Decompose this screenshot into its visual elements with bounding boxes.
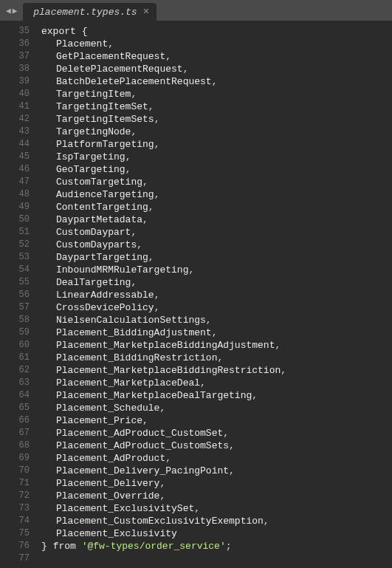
code-line: LinearAddressable, [41,289,392,301]
code-line: Placement_Delivery, [41,477,392,490]
line-number: 41 [0,100,37,113]
line-number: 71 [0,477,37,490]
nav-arrows: ◀ ▶ [0,0,23,21]
code-line: Placement_AdProduct_CustomSets, [41,439,392,452]
line-number: 58 [0,314,37,326]
code-line: Placement_MarketplaceBiddingRestriction, [41,364,392,377]
line-number: 45 [0,151,37,163]
line-number: 54 [0,264,37,276]
line-number: 36 [0,38,37,50]
code-line: GeoTargeting, [41,163,392,176]
code-line: PlatformTargeting, [41,138,392,151]
code-line: export { [41,25,392,38]
line-number: 68 [0,439,37,452]
code-line: CustomTargeting, [41,176,392,188]
code-line: DaypartTargeting, [41,251,392,264]
line-number: 60 [0,339,37,352]
code-line: BatchDeletePlacementRequest, [41,75,392,88]
line-number: 46 [0,163,37,176]
line-number: 55 [0,276,37,289]
code-line: Placement_Schedule, [41,402,392,414]
line-number: 43 [0,126,37,138]
code-line: DeletePlacementRequest, [41,63,392,75]
line-number: 37 [0,50,37,63]
code-line: NielsenCalculationSettings, [41,314,392,326]
code-line: CrossDevicePolicy, [41,301,392,314]
code-line: DealTargeting, [41,276,392,289]
code-line: } from '@fw-types/order_service'; [41,540,392,552]
code-line: CustomDaypart, [41,226,392,239]
line-number: 49 [0,201,37,213]
line-number: 42 [0,113,37,126]
line-number: 39 [0,75,37,88]
line-number: 51 [0,226,37,239]
titlebar: ◀ ▶ placement.types.ts × [0,0,392,21]
code-line: GetPlacementRequest, [41,50,392,63]
code-line: TargetingItem, [41,88,392,100]
line-number: 59 [0,326,37,339]
code-line: Placement_Override, [41,490,392,502]
code-line: Placement_MarketplaceDealTargeting, [41,389,392,402]
code-line: Placement, [41,38,392,50]
code-line: Placement_BiddingAdjustment, [41,326,392,339]
editor: 3536373839404142434445464748495051525354… [0,21,392,568]
line-number: 75 [0,527,37,540]
file-tab[interactable]: placement.types.ts × [23,3,157,21]
code-line: Placement_AdProduct_CustomSet, [41,427,392,439]
line-number: 35 [0,25,37,38]
line-number: 57 [0,301,37,314]
line-number: 50 [0,213,37,226]
code-line [41,552,392,565]
code-line: Placement_CustomExclusivityExemption, [41,515,392,527]
code-line: Placement_AdProduct, [41,452,392,465]
tab-filename: placement.types.ts [33,7,137,18]
code-line: AudienceTargeting, [41,188,392,201]
line-number: 65 [0,402,37,414]
code-line: Placement_MarketplaceDeal, [41,377,392,389]
line-number: 72 [0,490,37,502]
line-number: 44 [0,138,37,151]
code-line: CustomDayparts, [41,239,392,251]
code-line: Placement_MarketplaceBiddingAdjustment, [41,339,392,352]
line-number-gutter: 3536373839404142434445464748495051525354… [0,21,37,568]
code-line: Placement_Exclusivity [41,527,392,540]
line-number: 56 [0,289,37,301]
line-number: 61 [0,352,37,364]
code-line: ContentTargeting, [41,201,392,213]
code-line: DaypartMetadata, [41,213,392,226]
code-line: TargetingItemSets, [41,113,392,126]
line-number: 40 [0,88,37,100]
line-number: 69 [0,452,37,465]
line-number: 74 [0,515,37,527]
line-number: 38 [0,63,37,75]
line-number: 48 [0,188,37,201]
code-line: TargetingNode, [41,126,392,138]
line-number: 76 [0,540,37,552]
line-number: 70 [0,465,37,477]
line-number: 63 [0,377,37,389]
line-number: 53 [0,251,37,264]
code-line: TargetingItemSet, [41,100,392,113]
nav-forward-icon[interactable]: ▶ [13,6,18,16]
code-line: InboundMRMRuleTargeting, [41,264,392,276]
line-number: 52 [0,239,37,251]
close-icon[interactable]: × [143,7,149,17]
line-number: 73 [0,502,37,515]
line-number: 67 [0,427,37,439]
nav-back-icon[interactable]: ◀ [6,6,11,16]
code-line: Placement_Delivery_PacingPoint, [41,465,392,477]
line-number: 66 [0,414,37,427]
line-number: 64 [0,389,37,402]
line-number: 77 [0,552,37,565]
code-line: Placement_ExclusivitySet, [41,502,392,515]
code-line: Placement_BiddingRestriction, [41,352,392,364]
code-line: IspTargeting, [41,151,392,163]
line-number: 47 [0,176,37,188]
code-area[interactable]: export {Placement,GetPlacementRequest,De… [37,21,392,568]
line-number: 62 [0,364,37,377]
code-line: Placement_Price, [41,414,392,427]
